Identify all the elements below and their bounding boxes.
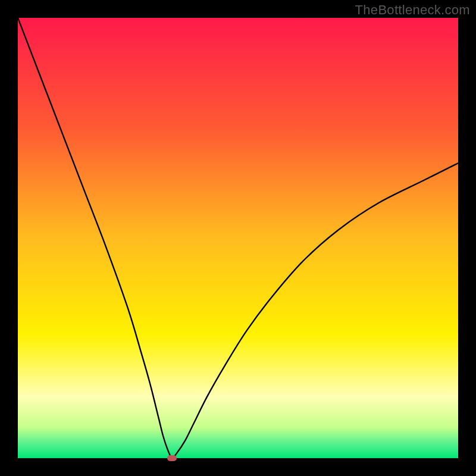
chart-container: TheBottleneck.com: [0, 0, 476, 476]
bottleneck-chart: [0, 0, 476, 476]
plot-background: [18, 18, 458, 458]
watermark-label: TheBottleneck.com: [355, 2, 470, 18]
minimum-marker: [167, 455, 177, 461]
